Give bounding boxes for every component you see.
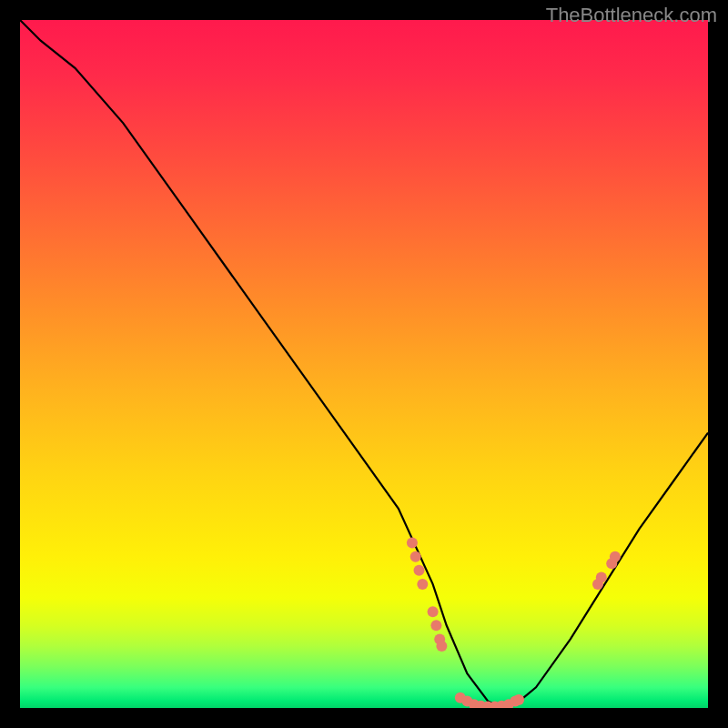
marker-dot — [414, 565, 425, 576]
marker-dot — [430, 620, 441, 631]
marker-dot — [410, 551, 421, 562]
marker-dot — [513, 694, 524, 705]
marker-dots-group — [407, 538, 621, 708]
watermark-text: TheBottleneck.com — [546, 4, 717, 27]
chart-svg — [20, 20, 708, 708]
marker-dot — [610, 551, 621, 562]
chart-plot-area — [20, 20, 708, 708]
bottleneck-curve-line — [20, 20, 708, 708]
marker-dot — [417, 579, 428, 590]
marker-dot — [407, 538, 418, 549]
marker-dot — [436, 641, 447, 652]
curve-path-group — [20, 20, 708, 708]
marker-dot — [428, 606, 439, 617]
marker-dot — [596, 571, 607, 582]
